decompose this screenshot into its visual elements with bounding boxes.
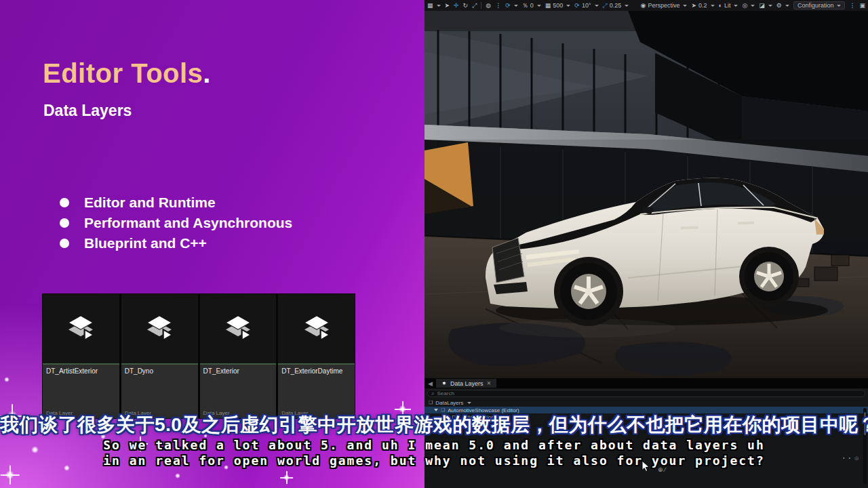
viewport-3d-scene[interactable] — [425, 11, 868, 378]
kebab-menu-icon[interactable]: ⋮ — [849, 0, 855, 11]
settings-button[interactable]: ⚙ — [776, 0, 789, 11]
perspective-icon: ◉ — [641, 0, 646, 11]
bullet-text: Performant and Asynchronous — [84, 215, 292, 231]
gear-icon: ⚙ — [776, 0, 782, 11]
world-space-button[interactable]: ◍ — [486, 0, 491, 11]
close-icon[interactable]: ✕ — [486, 380, 491, 386]
mouse-cursor-icon — [642, 461, 651, 472]
surface-snap-icon: ％ — [522, 0, 528, 11]
camera-speed-button[interactable]: ➤0.2 — [691, 0, 714, 11]
sparkle-icon — [283, 474, 290, 481]
data-layer-icon — [62, 310, 99, 347]
sparkle-icon — [5, 470, 14, 479]
dock-back-icon[interactable]: ◀ — [425, 380, 436, 387]
rotation-snap-icon: ⟳ — [505, 0, 511, 11]
move-tool-button[interactable]: ✛ — [454, 0, 459, 11]
asset-name: DT_Dyno — [125, 367, 195, 375]
asset-thumbnail — [200, 294, 277, 363]
title-period: . — [203, 58, 211, 88]
video-frame: Editor Tools. Data Layers Editor and Run… — [0, 0, 868, 488]
asset-tile-dt-exterior[interactable]: DT_Exterior Data Layer — [200, 294, 277, 418]
page-title: Editor Tools. — [43, 58, 211, 89]
slide-subtitle: Data Layers — [43, 102, 132, 120]
maximize-viewport-icon[interactable]: ▣ — [859, 0, 865, 11]
toolbar-divider — [481, 2, 481, 9]
asset-thumbnail — [43, 294, 119, 363]
rotation-snap-value-button[interactable]: ⟳10° — [574, 0, 598, 11]
list-item: Performant and Asynchronous — [60, 213, 292, 233]
bullet-text: Editor and Runtime — [84, 195, 216, 211]
viewport-toolbar: ▦ ➤ ✛ ↻ ⤢ ◍ ⋮ ⟳ ％0 ▦500 ⟳10° ⤢0.25 ◉Pers… — [425, 0, 868, 11]
cursor-hint-icons: ⊕ ∕ — [658, 466, 666, 473]
list-item: Blueprint and C++ — [60, 233, 292, 253]
layers-icon: ❏ — [429, 400, 433, 405]
bullet-text: Blueprint and C++ — [84, 235, 207, 251]
subtitle-english-line2: in an real for open world games, but why… — [0, 453, 868, 468]
sparkle-icon — [175, 473, 180, 479]
show-flags-button[interactable]: ◎ — [742, 0, 755, 11]
view-mode-dropdown[interactable]: ◐Lit — [719, 0, 738, 11]
scale-tool-button[interactable]: ⤢ — [472, 0, 477, 11]
asset-thumbnail — [278, 294, 355, 363]
data-layer-icon — [441, 381, 447, 386]
title-text: Editor Tools — [43, 58, 203, 88]
sparkle-icon — [4, 377, 9, 382]
kebab-menu-icon[interactable]: ⋮ — [495, 0, 501, 11]
surface-snap-button[interactable]: ％0 — [522, 0, 541, 11]
angle-snap-icon: ⟳ — [574, 0, 580, 11]
bullet-dot-icon — [60, 239, 69, 248]
panel-tab-bar: ◀ Data Layers ✕ — [425, 378, 868, 388]
bullet-dot-icon — [60, 198, 69, 207]
content-browser-tiles: DT_ArtistExterior Data Layer DT_Dyno Dat… — [42, 293, 355, 419]
bullet-dot-icon — [60, 218, 69, 228]
quick-settings-icon: ◪ — [759, 0, 765, 11]
bullet-list: Editor and Runtime Performant and Asynch… — [60, 192, 292, 253]
show-flags-icon: ◎ — [742, 0, 747, 11]
subtitle-english-line1: So we talked a lot about 5. and uh I mea… — [0, 438, 868, 452]
view-mode-icon: ◐ — [719, 0, 722, 11]
asset-name: DT_Exterior — [203, 367, 273, 375]
asset-name: DT_ArtistExterior — [46, 367, 116, 375]
select-tool-button[interactable]: ➤ — [445, 0, 450, 11]
search-bar[interactable]: ⌕ — [427, 390, 865, 397]
selection-mode-button[interactable]: ▦ — [427, 0, 441, 11]
scale-snap-icon: ⤢ — [603, 0, 608, 11]
asset-tile-dt-exteriordaytime[interactable]: DT_ExteriorDaytime Data Layer — [278, 294, 355, 418]
quick-settings-button[interactable]: ◪ — [759, 0, 772, 11]
expand-arrow-icon[interactable] — [434, 409, 438, 411]
grid-snap-icon: ▦ — [545, 0, 551, 11]
asset-tile-dt-artistexterior[interactable]: DT_ArtistExterior Data Layer — [43, 294, 119, 418]
panel-toolbar-label[interactable]: DataLayers — [435, 400, 463, 406]
tab-data-layers[interactable]: Data Layers ✕ — [436, 379, 496, 388]
perspective-dropdown[interactable]: ◉Perspective — [641, 0, 688, 11]
scale-snap-button[interactable]: ⤢0.25 — [603, 0, 629, 11]
data-layer-icon — [298, 310, 335, 347]
camera-speed-icon: ➤ — [691, 0, 696, 11]
search-input[interactable] — [437, 390, 572, 396]
rotate-tool-button[interactable]: ↻ — [463, 0, 469, 11]
configuration-dropdown[interactable]: Configuration — [793, 1, 846, 9]
rotation-mode-button[interactable]: ⟳ — [505, 0, 518, 11]
subtitle-chinese: 我们谈了很多关于5.0及之后虚幻引擎中开放世界游戏的数据层，但为什么不也把它用在… — [0, 412, 868, 438]
asset-tile-dt-dyno[interactable]: DT_Dyno Data Layer — [121, 294, 198, 418]
selection-mode-icon: ▦ — [427, 0, 433, 11]
list-item: Editor and Runtime — [60, 192, 292, 213]
search-icon: ⌕ — [431, 390, 434, 397]
asset-thumbnail — [121, 294, 198, 363]
grid-snap-button[interactable]: ▦500 — [545, 0, 571, 11]
asset-name: DT_ExteriorDaytime — [281, 367, 351, 375]
data-layer-icon — [220, 310, 256, 347]
panel-toolbar: ❏ DataLayers — [425, 399, 868, 407]
data-layer-icon — [141, 310, 178, 347]
